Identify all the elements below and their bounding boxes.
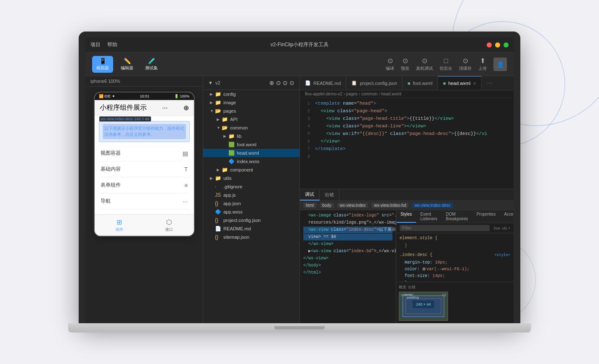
minimize-btn[interactable] [495, 42, 500, 47]
line-num-7: 7 [300, 145, 315, 153]
maximize-btn[interactable] [504, 42, 509, 47]
tab-project-config[interactable]: 📋 project.config.json [346, 76, 403, 90]
devtools-panel: 调试 出错 html body wx-view.index [300, 189, 514, 323]
devtools-content: html body wx-view.index wx-view.index-hd… [300, 201, 514, 323]
tab-head-wxml[interactable]: ■ head.wxml ✕ [438, 76, 482, 90]
tree-item-api[interactable]: ▶ 📁 API [203, 115, 300, 124]
styles-panel: Styles Event Listeners DOM Breakpoints P… [396, 210, 514, 323]
tab-readme[interactable]: 📄 README.md [300, 76, 346, 90]
phone-nav-components[interactable]: ⊞ 组件 [116, 218, 123, 232]
action-clear-cache[interactable]: ⊙ 清缓存 [459, 57, 472, 71]
tree-item-config[interactable]: ▶ 📁 config [203, 90, 300, 98]
styles-tab-dom[interactable]: DOM Breakpoints [442, 210, 472, 223]
tree-item-index-wxss[interactable]: 🔷 index.wxss [203, 157, 300, 166]
app-titlebar: 项目 帮助 v2-FinClip小程序开发工具 [85, 37, 514, 53]
action-compile[interactable]: ⊙ 编译 [386, 57, 394, 71]
action-device-debug[interactable]: ⊙ 真机调试 [416, 57, 433, 71]
menu-help[interactable]: 帮助 [107, 41, 117, 48]
phone-nav-api[interactable]: ⬡ 接口 [165, 218, 173, 232]
mode-editor-btn[interactable]: ✏️ 编辑器 [117, 56, 138, 73]
action-preview[interactable]: ⊙ 预览 [401, 57, 409, 71]
app-toolbar: 📱 模拟器 ✏️ 编辑器 🧪 测试集 ⊙ [85, 53, 514, 76]
upload-icon: ⬆ [480, 57, 485, 65]
tree-name-component: component [230, 167, 253, 172]
action-upload[interactable]: ⬆ 上传 [478, 57, 487, 71]
mode-test-btn[interactable]: 🧪 测试集 [141, 56, 162, 73]
code-line-6: 6 </view> [300, 137, 514, 145]
tree-item-foot-wxml[interactable]: 🟩 foot.wxml [203, 140, 300, 149]
tab-readme-label: README.md [313, 81, 341, 86]
folder-icon-config: 📁 [215, 91, 222, 97]
elem-tag-wx-view-index[interactable]: wx-view.index [337, 203, 368, 208]
phone-section-nav: 导航 ··· [99, 193, 190, 209]
tab-foot-icon: ■ [408, 81, 411, 86]
compile-icon: ⊙ [387, 57, 393, 65]
line-num-6: 6 [300, 137, 315, 145]
code-line-1: 1 <template name="head"> [300, 100, 514, 107]
phone-device: 📶 IDE ✦ 10:01 🔋 100% 小程序组件展示 ··· ⊕ [94, 92, 195, 237]
html-line-2: resources/kind/logo.png">_</wx-image> [303, 219, 392, 226]
html-line-8: </body> [303, 262, 392, 269]
devtools-tab-elements[interactable]: 调试 [300, 189, 320, 200]
tree-item-readme[interactable]: 📄 README.md [203, 224, 300, 233]
tree-item-common[interactable]: ▼ 📂 common [203, 124, 300, 132]
tree-item-utils[interactable]: ▶ 📁 utils [203, 174, 300, 182]
tree-item-app-wxss[interactable]: 🔷 app.wxss [203, 208, 300, 216]
menu-project[interactable]: 项目 [90, 41, 101, 48]
styles-tab-styles[interactable]: Styles [396, 210, 416, 223]
phone-status-bar: 📶 IDE ✦ 10:01 🔋 100% [95, 92, 194, 100]
action-background-label: 切后台 [440, 66, 452, 71]
line-num-1: 1 [300, 100, 315, 107]
folder-icon-common: 📂 [222, 125, 228, 131]
code-editor[interactable]: 1 <template name="head"> 2 <view class="… [300, 98, 514, 189]
tree-item-lib[interactable]: ▶ 📁 lib [203, 132, 300, 140]
action-background[interactable]: □ 切后台 [440, 57, 452, 71]
devtools-tab-console[interactable]: 出错 [320, 189, 339, 200]
tab-head-icon: ■ [443, 81, 446, 86]
tree-item-project-config[interactable]: {} project.config.json [203, 216, 300, 224]
tree-arrow-lib: ▶ [223, 134, 228, 138]
elem-tag-html[interactable]: html [303, 203, 316, 208]
tab-head-label: head.wxml [448, 81, 471, 86]
close-btn[interactable] [487, 42, 492, 47]
components-nav-icon: ⊞ [117, 218, 122, 226]
tree-item-gitignore[interactable]: · .gitignore [203, 182, 300, 191]
tab-foot-wxml[interactable]: ■ foot.wxml [403, 76, 438, 90]
tree-item-image[interactable]: ▶ 📁 image [203, 98, 300, 107]
phone-menu-icon[interactable]: ··· [162, 104, 167, 112]
tree-item-component[interactable]: ▶ 📁 component [203, 166, 300, 174]
background-icon: □ [444, 57, 448, 65]
tab-close-head[interactable]: ✕ [473, 81, 476, 86]
more-tabs-icon[interactable]: ··· [482, 79, 497, 87]
editor-icon: ✏️ [124, 58, 131, 64]
html-line-1: <wx-image class="index-logo" src="../res… [303, 212, 392, 219]
user-avatar[interactable]: 👤 [493, 58, 507, 71]
code-line-5: 5 <view wx:if="{{desc}}" class="page-hea… [300, 130, 514, 137]
mode-editor-label: 编辑器 [121, 65, 133, 71]
tree-name-app-js: app.js [223, 193, 236, 198]
tree-item-sitemap[interactable]: {} sitemap.json [203, 233, 300, 241]
tree-item-pages[interactable]: ▼ 📂 pages [203, 107, 300, 115]
mode-simulator-label: 模拟器 [96, 65, 109, 71]
elem-tag-wx-view-index-hd[interactable]: wx-view.index-hd [371, 203, 408, 208]
styles-tab-accessibility[interactable]: Accessibility [500, 210, 514, 223]
simulator-icon: 📱 [99, 58, 106, 64]
tree-arrow-utils: ▶ [210, 176, 215, 180]
styles-filter-input[interactable] [400, 225, 490, 231]
tree-name-foot-wxml: foot.wxml [237, 142, 256, 147]
mode-simulator-btn[interactable]: 📱 模拟器 [92, 56, 113, 73]
phone-more-icon[interactable]: ⊕ [183, 104, 189, 112]
action-clear-cache-label: 清缓存 [459, 66, 472, 71]
styles-tab-event[interactable]: Event Listeners [416, 210, 442, 223]
breadcrumb: fino-applet-demo-v2 › pages › common › h… [305, 92, 401, 96]
mode-test-label: 测试集 [145, 65, 158, 71]
styles-tab-properties[interactable]: Properties [472, 210, 500, 223]
html-tree[interactable]: <wx-image class="index-logo" src="../res… [300, 210, 396, 323]
elem-tag-body[interactable]: body [320, 203, 334, 208]
tree-item-head-wxml[interactable]: 🟩 head.wxml [203, 149, 300, 157]
box-size: 240 × 44 [413, 301, 434, 308]
tree-item-app-json[interactable]: {} app.json [203, 199, 300, 208]
tree-name-sitemap: sitemap.json [223, 235, 249, 240]
elem-tag-wx-view-index-desc[interactable]: wx-view.index-desc [412, 203, 453, 208]
tree-item-app-js[interactable]: JS app.js [203, 191, 300, 199]
